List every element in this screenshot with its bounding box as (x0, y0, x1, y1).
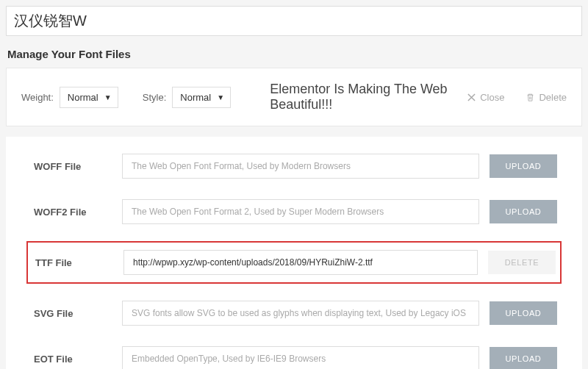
weight-label: Weight: (21, 92, 54, 103)
section-title: Manage Your Font Files (6, 48, 582, 60)
trash-icon (526, 93, 534, 101)
file-row-label: WOFF2 File (31, 207, 112, 218)
close-icon (467, 93, 476, 101)
upload-button[interactable]: UPLOAD (490, 154, 557, 178)
close-label: Close (480, 92, 504, 103)
file-row-label: TTF File (32, 257, 113, 268)
upload-button[interactable]: UPLOAD (490, 200, 557, 223)
file-path-input[interactable] (122, 154, 479, 179)
variation-controls-panel: Weight: Normal ▼ Style: Normal ▼ Element… (6, 68, 582, 126)
weight-select-value: Normal (68, 92, 98, 103)
file-row-label: WOFF File (31, 161, 112, 172)
file-row: WOFF2 FileUPLOAD (26, 196, 562, 228)
upload-button[interactable]: UPLOAD (490, 301, 557, 325)
delete-button[interactable]: DELETE (488, 251, 556, 274)
weight-select[interactable]: Normal ▼ (60, 87, 118, 108)
variation-actions: Close Delete (467, 92, 567, 103)
style-select-value: Normal (180, 92, 211, 103)
caret-down-icon: ▼ (104, 93, 112, 101)
file-path-input[interactable] (122, 346, 479, 369)
file-path-input[interactable] (122, 199, 479, 224)
caret-down-icon: ▼ (217, 93, 224, 101)
file-path-input[interactable] (123, 250, 478, 275)
file-path-input[interactable] (122, 301, 479, 326)
font-name-input[interactable] (6, 6, 582, 36)
font-preview-text: Elementor Is Making The Web Beautiful!!! (255, 82, 462, 112)
style-select[interactable]: Normal ▼ (172, 87, 231, 108)
upload-button[interactable]: UPLOAD (490, 347, 557, 369)
file-row-label: SVG File (31, 308, 112, 319)
file-row: WOFF FileUPLOAD (26, 150, 562, 182)
delete-action[interactable]: Delete (526, 92, 567, 103)
file-row: TTF FileDELETE (26, 241, 562, 284)
style-label: Style: (143, 92, 167, 103)
delete-label: Delete (539, 92, 567, 103)
file-row: SVG FileUPLOAD (26, 297, 562, 329)
file-rows-container: WOFF FileUPLOADWOFF2 FileUPLOADTTF FileD… (6, 137, 582, 369)
file-row-label: EOT File (31, 354, 112, 365)
close-action[interactable]: Close (467, 92, 504, 103)
file-row: EOT FileUPLOAD (26, 343, 562, 369)
